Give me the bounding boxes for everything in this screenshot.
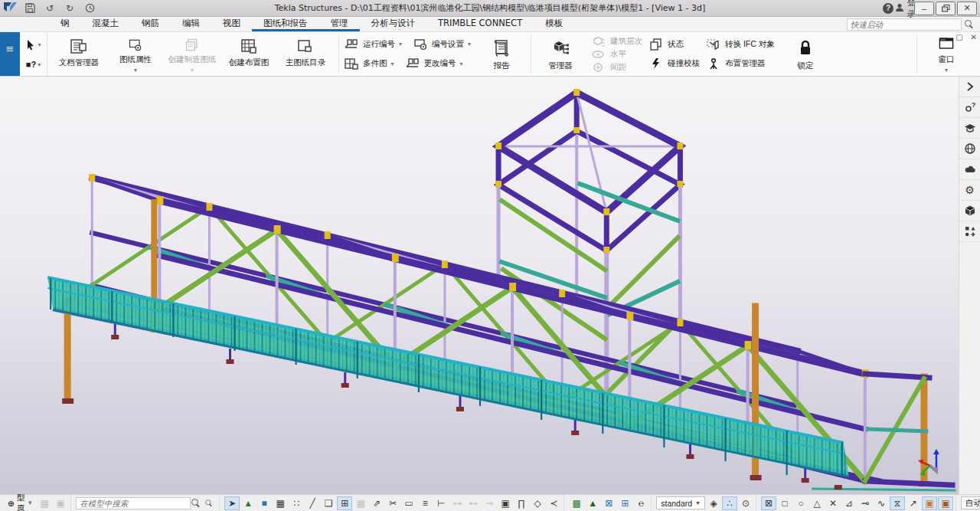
- change-numbering-button[interactable]: 更改编号▾: [405, 54, 463, 73]
- select-line[interactable]: ╱: [305, 496, 320, 510]
- select-arrows[interactable]: ⇗: [369, 496, 384, 510]
- model-search-input[interactable]: [76, 497, 191, 509]
- view-snowflake[interactable]: ◈: [706, 496, 721, 510]
- drawing-properties-button[interactable]: 图纸属性▾: [107, 34, 164, 74]
- quick-launch-input[interactable]: [847, 18, 962, 31]
- tab-template[interactable]: 模板: [534, 17, 574, 31]
- tab-view[interactable]: 视图: [211, 17, 252, 31]
- view-grids-blue[interactable]: ⊞: [617, 496, 632, 510]
- select-frame[interactable]: ∏: [514, 496, 529, 510]
- snap-wave[interactable]: ∿: [874, 496, 889, 510]
- select-grid[interactable]: ▦: [273, 496, 288, 510]
- view-box-blue[interactable]: ⊠: [601, 496, 616, 510]
- undo-button[interactable]: ↺: [42, 2, 57, 15]
- run-numbering-button[interactable]: 运行编号▾: [344, 35, 402, 54]
- save-button[interactable]: [22, 2, 38, 15]
- tab-concrete[interactable]: 混凝土: [81, 17, 131, 31]
- representation-dropdown[interactable]: standard▼: [656, 496, 705, 509]
- snap-triangle[interactable]: △: [809, 496, 825, 510]
- level-button[interactable]: 水平: [591, 47, 642, 61]
- tab-edit[interactable]: 编辑: [171, 17, 211, 31]
- cloud-warehouse-icon[interactable]: [959, 159, 980, 180]
- view-close-button[interactable]: ✕: [971, 33, 977, 41]
- select-joint-3[interactable]: ⊸: [482, 496, 497, 510]
- select-cursor-tool[interactable]: ▾: [25, 39, 41, 51]
- globe-icon[interactable]: [959, 139, 980, 159]
- login-button[interactable]: 登录: [897, 2, 913, 15]
- app-menu-button[interactable]: ≡: [0, 32, 20, 76]
- tab-steel[interactable]: 钢: [49, 17, 81, 31]
- applications-components-icon[interactable]: [959, 221, 980, 242]
- tab-drawings-reports[interactable]: 图纸和报告: [252, 17, 319, 31]
- restore-button[interactable]: [936, 2, 956, 15]
- create-fabrication-drawing-button[interactable]: 创建制造图纸▾: [164, 34, 220, 74]
- help-icon[interactable]: ?: [880, 2, 896, 15]
- manager-button[interactable]: 管理器: [536, 34, 585, 74]
- select-points[interactable]: ∷: [289, 496, 304, 510]
- master-drawing-catalog-button[interactable]: 主图纸目录: [277, 34, 334, 74]
- origin-tool-disabled-2[interactable]: ▣: [53, 496, 68, 510]
- layout-manager-button[interactable]: 布置管理器: [706, 54, 775, 73]
- report-button[interactable]: 报告: [477, 34, 526, 74]
- close-button[interactable]: ✕: [957, 2, 977, 15]
- select-joint-1[interactable]: ⊶: [449, 496, 465, 510]
- snap-circle[interactable]: ○: [793, 496, 808, 510]
- settings-gear-icon[interactable]: ⚙: [959, 180, 980, 201]
- select-bars[interactable]: ≡: [417, 496, 433, 510]
- document-manager-button[interactable]: 文档管理器: [51, 34, 107, 74]
- snap-perp[interactable]: ⊸: [858, 496, 873, 510]
- select-rect[interactable]: ▭: [401, 496, 416, 510]
- create-ga-drawing-button[interactable]: 创建布置图: [220, 34, 277, 74]
- select-surface[interactable]: ⊞: [337, 496, 352, 510]
- panel-collapse-chevron-icon[interactable]: [959, 77, 980, 97]
- view-points[interactable]: ∴: [722, 496, 737, 510]
- select-filled[interactable]: ▣: [498, 496, 513, 510]
- spacing-button[interactable]: 间距: [591, 61, 642, 74]
- select-diamond[interactable]: ◇: [530, 496, 545, 510]
- select-area-blue[interactable]: ■: [256, 496, 272, 510]
- snap-corner[interactable]: ⊿: [841, 496, 857, 510]
- select-all-green[interactable]: ▲: [240, 496, 256, 510]
- select-cut[interactable]: ✂: [385, 496, 400, 510]
- view-restore-button[interactable]: ▢: [956, 33, 962, 41]
- history-button[interactable]: [82, 2, 97, 15]
- snap-cross[interactable]: ✕: [825, 496, 841, 510]
- model-viewport[interactable]: [0, 77, 959, 494]
- select-pointer[interactable]: ➤: [224, 496, 240, 510]
- lock-button[interactable]: 锁定: [781, 34, 830, 74]
- select-part[interactable]: ❏: [321, 496, 336, 510]
- snap-ortho-2[interactable]: ▣: [938, 496, 953, 510]
- snap-square[interactable]: □: [777, 496, 792, 510]
- education-cap-icon[interactable]: [959, 118, 980, 139]
- select-angle[interactable]: ≺: [546, 496, 561, 510]
- numbering-settings-button[interactable]: 编号设置▾: [413, 35, 471, 54]
- origin-tool-disabled-1[interactable]: ▦: [37, 496, 52, 510]
- view-eye[interactable]: ⊙: [738, 496, 753, 510]
- snap-hourglass[interactable]: ⧖: [890, 496, 905, 510]
- clash-check-button[interactable]: 碰撞校核: [648, 54, 700, 73]
- tab-trimble-connect[interactable]: TRIMBLE CONNECT: [426, 17, 534, 31]
- redo-button[interactable]: ↻: [62, 2, 77, 15]
- tab-analysis-design[interactable]: 分析与设计: [360, 17, 427, 31]
- view-triangle[interactable]: ▲: [585, 496, 600, 510]
- view-image-green[interactable]: ▩: [569, 496, 584, 510]
- select-joint-2[interactable]: ⊷: [466, 496, 481, 510]
- snap-box[interactable]: ⊠: [761, 496, 776, 510]
- inquiry-tool[interactable]: ■?▾: [26, 60, 41, 69]
- advanced-search-button[interactable]: [201, 496, 217, 510]
- assembly-drawing-button[interactable]: 多件图▾: [344, 54, 394, 73]
- select-flag[interactable]: ⊢: [433, 496, 449, 510]
- model-cube-icon[interactable]: [959, 201, 980, 221]
- select-grid-faint[interactable]: ▦: [353, 496, 368, 510]
- minimize-button[interactable]: –: [914, 2, 934, 15]
- building-hierarchy-button[interactable]: 建筑层次: [591, 34, 642, 47]
- status-button[interactable]: 状态: [648, 35, 700, 54]
- view-minimize-button[interactable]: —: [940, 33, 948, 41]
- tab-manage[interactable]: 管理: [319, 17, 360, 31]
- convert-ifc-button[interactable]: 转换 IFC 对象: [706, 35, 775, 54]
- auto-plane-dropdown[interactable]: 自动▼: [961, 496, 980, 509]
- component-question-icon[interactable]: ?: [959, 97, 980, 118]
- snap-ortho-1[interactable]: ▣: [922, 496, 937, 510]
- snap-arrow[interactable]: ↗: [906, 496, 921, 510]
- tab-rebar[interactable]: 钢筋: [130, 17, 171, 31]
